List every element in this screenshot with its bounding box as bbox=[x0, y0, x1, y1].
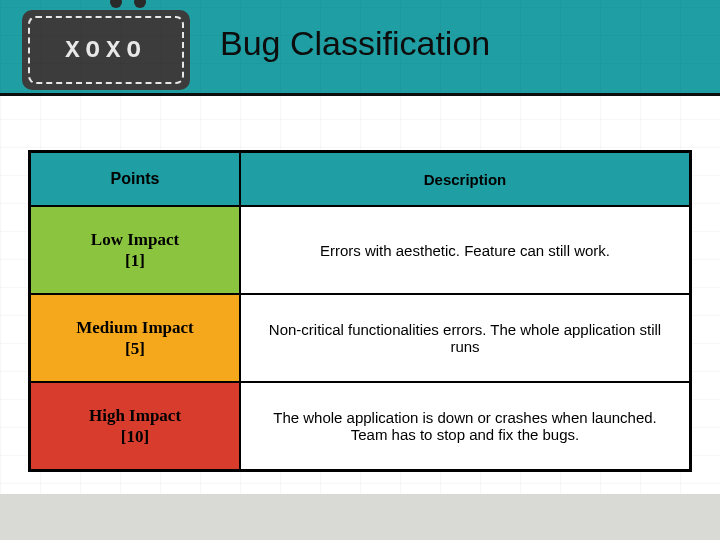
points-cell-medium: Medium Impact [5] bbox=[30, 294, 240, 382]
slide: XOXO Bug Classification Points Descripti… bbox=[0, 0, 720, 540]
impact-points: [10] bbox=[121, 427, 149, 446]
tag-hanger bbox=[110, 0, 146, 12]
table-row: Medium Impact [5] Non-critical functiona… bbox=[30, 294, 690, 382]
description-cell: Non-critical functionalities errors. The… bbox=[240, 294, 690, 382]
impact-label: Medium Impact [5] bbox=[76, 317, 194, 360]
description-cell: The whole application is down or crashes… bbox=[240, 382, 690, 470]
impact-label: High Impact [10] bbox=[89, 405, 181, 448]
points-cell-high: High Impact [10] bbox=[30, 382, 240, 470]
slide-title: Bug Classification bbox=[220, 24, 490, 63]
table-row: High Impact [10] The whole application i… bbox=[30, 382, 690, 470]
brand-tag: XOXO bbox=[22, 10, 190, 90]
impact-label: Low Impact [1] bbox=[91, 229, 179, 272]
table-header-row: Points Description bbox=[30, 152, 690, 206]
points-cell-low: Low Impact [1] bbox=[30, 206, 240, 294]
impact-points: [5] bbox=[125, 339, 145, 358]
impact-name: High Impact bbox=[89, 406, 181, 425]
classification-table: Points Description Low Impact [1] Errors… bbox=[28, 150, 692, 472]
description-cell: Errors with aesthetic. Feature can still… bbox=[240, 206, 690, 294]
brand-text: XOXO bbox=[65, 37, 147, 64]
footer-bar bbox=[0, 494, 720, 540]
header-points: Points bbox=[30, 152, 240, 206]
table-row: Low Impact [1] Errors with aesthetic. Fe… bbox=[30, 206, 690, 294]
impact-name: Low Impact bbox=[91, 230, 179, 249]
impact-points: [1] bbox=[125, 251, 145, 270]
impact-name: Medium Impact bbox=[76, 318, 194, 337]
header-description: Description bbox=[240, 152, 690, 206]
